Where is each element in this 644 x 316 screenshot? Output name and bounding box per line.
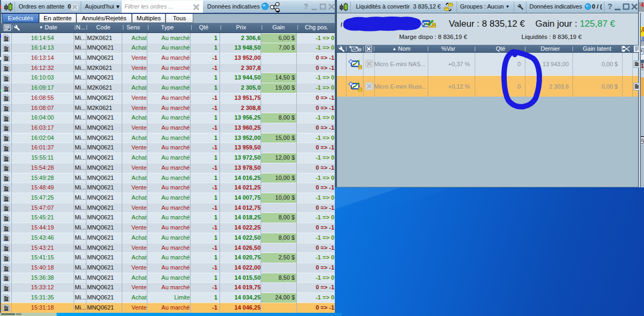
svg-text:?: ? [304, 2, 309, 11]
svg-text:?: ? [607, 2, 612, 11]
